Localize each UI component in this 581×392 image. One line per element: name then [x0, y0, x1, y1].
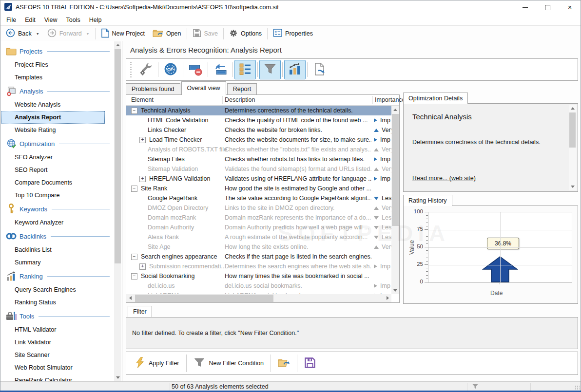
scroll-up-icon[interactable]: [569, 105, 576, 112]
sidebar-item-keyword-analyzer[interactable]: Keyword Analyzer: [0, 216, 114, 229]
sidebar-item-site-scanner[interactable]: Site Scanner: [0, 349, 114, 361]
table-row[interactable]: −Site RankHow good the site is estimated…: [126, 184, 391, 193]
scroll-up-icon[interactable]: [114, 41, 121, 49]
save-filter-button[interactable]: [298, 354, 322, 373]
toolbar-save-button[interactable]: Save: [189, 27, 222, 40]
collapse-icon[interactable]: −: [131, 108, 137, 114]
sidebar-scrollbar[interactable]: [114, 41, 121, 381]
table-row[interactable]: del.icio.usdel.icio.us social bookmarks.…: [126, 281, 391, 291]
table-row[interactable]: +Load Time CheckerChecks the website doc…: [126, 135, 391, 145]
ribbon-restore-button[interactable]: [210, 60, 231, 79]
sidebar-item-templates[interactable]: Templates: [0, 71, 114, 84]
tree-horizontal-scrollbar[interactable]: [126, 294, 391, 302]
scrollbar-thumb[interactable]: [569, 112, 576, 148]
tab-problems-found[interactable]: Problems found: [126, 83, 180, 95]
sidebar-item-link-validator[interactable]: Link Validator: [0, 336, 114, 349]
sidebar-item-compare-documents[interactable]: Compare Documents: [0, 176, 114, 189]
sidebar-item-seo-analyzer[interactable]: SEO Analyzer: [0, 151, 114, 164]
toolbar-open-button[interactable]: Open: [149, 27, 185, 40]
scroll-right-icon[interactable]: [384, 294, 391, 302]
table-row[interactable]: Site AgeHow long the site exists online.…: [126, 242, 391, 252]
tab-rating-history[interactable]: Rating History: [403, 195, 452, 206]
table-row[interactable]: HTML Code ValidationChecks the quality o…: [126, 115, 391, 125]
ribbon-remove-button[interactable]: [185, 60, 206, 79]
menu-edit[interactable]: Edit: [20, 17, 40, 23]
expand-icon[interactable]: +: [139, 176, 146, 182]
sidebar-section-tools[interactable]: Tools: [0, 309, 114, 323]
table-row[interactable]: Sitemap ValidationValidates the found si…: [126, 164, 391, 174]
menu-file[interactable]: File: [2, 17, 20, 23]
tree-vertical-scrollbar[interactable]: [391, 106, 399, 294]
table-row[interactable]: Sitemap FilesChecks whether robots.txt h…: [126, 154, 391, 164]
sidebar-item-pagerank-calculator[interactable]: PageRank Calculator: [0, 374, 114, 382]
details-scrollbar[interactable]: [569, 105, 577, 190]
sidebar-section-projects[interactable]: Projects: [0, 44, 114, 58]
table-row[interactable]: Domain AuthorityDomain Authority predict…: [126, 223, 391, 232]
ribbon-filter-view-button[interactable]: [259, 60, 281, 79]
menu-view[interactable]: View: [40, 17, 62, 23]
table-row[interactable]: Analysis of ROBOTS.TXT fileChecks whethe…: [126, 145, 391, 154]
sidebar-item-seo-report[interactable]: SEO Report: [0, 164, 114, 176]
tab-filter[interactable]: Filter: [128, 306, 152, 317]
table-row[interactable]: −Technical AnalysisDetermines correctnes…: [126, 106, 391, 115]
column-separator[interactable]: [222, 96, 223, 104]
sidebar-item-backlinks-list[interactable]: Backlinks List: [0, 243, 114, 256]
chevron-down-icon[interactable]: ▼: [86, 32, 90, 36]
column-separator[interactable]: [372, 96, 373, 104]
chevron-down-icon[interactable]: ▼: [36, 32, 39, 36]
collapse-icon[interactable]: −: [131, 186, 137, 192]
sidebar-item-html-validator[interactable]: HTML Validator: [0, 323, 114, 336]
table-row[interactable]: Links CheckerChecks the website for brok…: [126, 125, 391, 135]
expand-icon[interactable]: +: [139, 263, 146, 270]
scrollbar-thumb[interactable]: [392, 114, 399, 226]
table-row[interactable]: −Social BookmarkingHow many times the si…: [126, 271, 391, 281]
tab-overall-view[interactable]: Overall view: [181, 81, 226, 95]
sidebar-section-ranking[interactable]: Ranking: [0, 269, 114, 283]
ribbon-export-button[interactable]: [309, 60, 330, 79]
resize-grip[interactable]: [575, 385, 580, 390]
sidebar-item-website-rating[interactable]: Website Rating: [0, 124, 114, 136]
table-row[interactable]: LinkARENALinkARENA social bookmarks.Imp: [126, 291, 391, 294]
close-button[interactable]: ×: [559, 0, 581, 15]
toolbar-forward-button[interactable]: Forward▼: [43, 27, 94, 40]
table-row[interactable]: Domain mozRankDomain mozRank represents …: [126, 213, 391, 223]
ribbon-chart-view-button[interactable]: [284, 60, 306, 79]
scroll-down-icon[interactable]: [569, 183, 576, 190]
sidebar-item-analysis-report[interactable]: Analysis Report: [1, 111, 105, 124]
minimize-button[interactable]: [514, 0, 536, 15]
apply-filter-button[interactable]: Apply Filter: [129, 354, 185, 373]
toolbar-new-project-button[interactable]: New Project: [97, 27, 149, 40]
sidebar-section-keywords[interactable]: Keywords: [0, 202, 114, 216]
scroll-left-icon[interactable]: [126, 294, 134, 302]
scroll-down-icon[interactable]: [114, 374, 121, 381]
sidebar-item-project-files[interactable]: Project Files: [0, 58, 114, 71]
sidebar-item-top-10-compare[interactable]: Top 10 Compare: [0, 189, 114, 202]
expand-icon[interactable]: +: [139, 137, 146, 143]
ribbon-mark-ok-button[interactable]: OK: [160, 60, 181, 79]
load-filter-button[interactable]: [272, 354, 296, 373]
read-more-link[interactable]: Read more... (web site): [412, 175, 476, 182]
tab-optimization-details[interactable]: Optimization Details: [403, 93, 468, 104]
scrollbar-thumb[interactable]: [135, 295, 273, 302]
column-header-description[interactable]: Description: [225, 96, 255, 103]
table-row[interactable]: −Search engines appearanceChecks if the …: [126, 252, 391, 261]
table-row[interactable]: +HREFLANG ValidationValidates using of H…: [126, 174, 391, 184]
ribbon-settings-button[interactable]: [135, 60, 156, 79]
toolbar-drag-handle[interactable]: [130, 62, 132, 77]
collapse-icon[interactable]: −: [131, 273, 137, 280]
sidebar-item-summary[interactable]: Summary: [0, 256, 114, 269]
sidebar-item-ranking-status[interactable]: Ranking Status: [0, 296, 114, 309]
scroll-down-icon[interactable]: [391, 286, 399, 294]
new-filter-condition-button[interactable]: New Filter Condition: [188, 354, 270, 373]
toolbar-properties-button[interactable]: Properties: [269, 27, 317, 40]
toolbar-options-button[interactable]: Options: [225, 27, 266, 40]
sidebar-item-website-analysis[interactable]: Website Analysis: [0, 98, 114, 111]
sidebar-item-web-robot-simulator[interactable]: Web Robot Simulator: [0, 361, 114, 374]
ribbon-list-view-button[interactable]: [234, 60, 256, 79]
tab-report[interactable]: Report: [227, 83, 257, 95]
menu-help[interactable]: Help: [85, 17, 106, 23]
sidebar-section-optimization[interactable]: Optimization: [0, 136, 114, 151]
table-row[interactable]: DMOZ Open DirectoryLinks to the site in …: [126, 203, 391, 213]
column-header-importance[interactable]: Importance: [375, 96, 406, 103]
table-row[interactable]: +Submission recommendati...Determines th…: [126, 261, 391, 271]
